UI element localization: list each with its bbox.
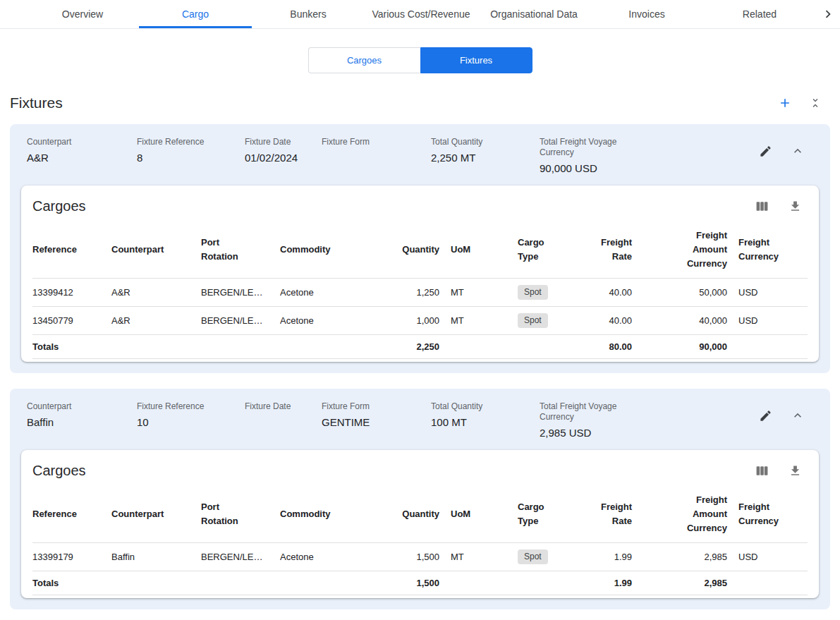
edit-fixture-button[interactable] (759, 145, 772, 158)
field-label: Fixture Date (245, 137, 313, 147)
cargo-type-chip: Spot (518, 313, 548, 328)
view-toggle-group: Cargoes Fixtures (0, 47, 840, 73)
field-label: Fixture Reference (137, 401, 221, 412)
cell-freight-rate: 40.00 (578, 307, 643, 335)
nav-item-organisational-data[interactable]: Organisational Data (477, 0, 590, 28)
totals-label: Totals (32, 335, 111, 359)
field-value-counterpart: A&R (27, 152, 128, 164)
cell-uom: MT (451, 279, 518, 307)
field-value-counterpart: Baffin (27, 416, 128, 428)
cargoes-title: Cargoes (32, 198, 86, 214)
cargoes-card: Cargoes Ref (21, 450, 819, 598)
unfold-less-icon (809, 97, 822, 109)
col-header-commodity: Commodity (280, 486, 393, 543)
col-header-port-rotation: Port Rotation (201, 221, 280, 279)
col-header-cargo-type: Cargo Type (518, 221, 578, 279)
nav-item-related[interactable]: Related (703, 0, 816, 28)
collapse-all-button[interactable] (809, 97, 822, 109)
cell-freight-currency: USD (738, 543, 808, 571)
col-header-quantity: Quantity (393, 221, 451, 279)
cell-cargo-type: Spot (518, 279, 578, 307)
field-label: Fixture Form (322, 401, 406, 412)
cell-freight-currency: USD (738, 307, 808, 335)
col-header-freight-rate: Freight Rate (578, 486, 643, 543)
field-value-total-freight: 90,000 USD (540, 162, 644, 174)
totals-label: Totals (32, 571, 111, 595)
table-row[interactable]: 13399412 A&R BERGEN/LEV… Acetone 1,250 M… (32, 279, 808, 307)
cell-commodity: Acetone (280, 279, 393, 307)
toggle-fixtures-button[interactable]: Fixtures (420, 47, 532, 73)
edit-fixture-button[interactable] (759, 409, 772, 423)
cell-uom: MT (451, 543, 518, 571)
collapse-fixture-button[interactable] (791, 144, 805, 158)
field-value-fixture-reference: 8 (137, 152, 236, 164)
cargoes-title: Cargoes (32, 463, 86, 479)
column-settings-button[interactable] (755, 200, 769, 213)
table-row[interactable]: 13399179 Baffin BERGEN/LEV… Acetone 1,50… (32, 543, 808, 571)
col-header-freight-currency: Freight Currency (738, 221, 808, 279)
plus-icon (778, 96, 792, 110)
col-header-port-rotation: Port Rotation (201, 486, 280, 543)
nav-item-various-cost-revenue[interactable]: Various Cost/Revenue (365, 0, 477, 28)
nav-overflow-button[interactable] (820, 0, 840, 28)
top-navigation: Overview Cargo Bunkers Various Cost/Reve… (0, 0, 840, 29)
view-columns-icon (755, 464, 769, 478)
cell-commodity: Acetone (280, 543, 393, 571)
col-header-freight-rate: Freight Rate (578, 221, 643, 279)
toggle-cargoes-button[interactable]: Cargoes (308, 47, 420, 73)
cargo-type-chip: Spot (518, 285, 548, 300)
cargoes-card: Cargoes Ref (21, 186, 819, 362)
col-header-counterpart: Counterpart (111, 221, 201, 279)
chevron-up-icon (791, 408, 805, 423)
cell-port-rotation: BERGEN/LEV… (201, 543, 280, 571)
download-icon (789, 464, 802, 478)
cargoes-table: Reference Counterpart Port Rotation Comm… (32, 221, 808, 359)
col-header-reference: Reference (32, 221, 111, 279)
field-label: Total Quantity (431, 401, 516, 412)
nav-item-overview[interactable]: Overview (26, 0, 139, 28)
col-header-quantity: Quantity (393, 486, 451, 543)
cell-freight-amount: 50,000 (643, 279, 738, 307)
field-label: Fixture Reference (137, 137, 221, 147)
totals-freight-amount: 90,000 (643, 335, 738, 359)
field-value-fixture-reference: 10 (137, 416, 236, 428)
nav-item-invoices[interactable]: Invoices (590, 0, 703, 28)
column-settings-button[interactable] (755, 464, 769, 478)
cell-counterpart: Baffin (111, 543, 201, 571)
nav-item-cargo[interactable]: Cargo (139, 0, 252, 28)
chevron-up-icon (791, 144, 805, 158)
col-header-uom: UoM (451, 221, 518, 279)
nav-item-bunkers[interactable]: Bunkers (252, 0, 365, 28)
page-title: Fixtures (10, 95, 63, 111)
totals-freight-rate: 80.00 (578, 335, 643, 359)
totals-quantity: 1,500 (393, 571, 451, 595)
cell-freight-amount: 2,985 (643, 543, 738, 571)
totals-row: Totals 1,500 1.99 2,985 (32, 571, 808, 595)
totals-freight-amount: 2,985 (643, 571, 738, 595)
col-header-uom: UoM (451, 486, 518, 543)
cell-counterpart: A&R (111, 279, 201, 307)
fixture-summary: CounterpartA&R Fixture Reference8 Fixtur… (21, 135, 819, 174)
cell-reference: 13450779 (32, 307, 111, 335)
cell-cargo-type: Spot (518, 307, 578, 335)
cell-quantity: 1,250 (393, 279, 451, 307)
fixture-card: CounterpartA&R Fixture Reference8 Fixtur… (10, 124, 830, 373)
field-value-total-quantity: 100 MT (431, 416, 531, 428)
cell-uom: MT (451, 307, 518, 335)
pencil-icon (759, 145, 772, 158)
cell-port-rotation: BERGEN/LEV… (201, 279, 280, 307)
col-header-commodity: Commodity (280, 221, 393, 279)
field-label: Total Quantity (431, 137, 516, 147)
pencil-icon (759, 409, 772, 423)
field-label: Counterpart (27, 137, 111, 147)
field-label: Total Freight Voyage Currency (540, 401, 624, 423)
field-value-fixture-form: GENTIME (322, 416, 422, 428)
cell-reference: 13399412 (32, 279, 111, 307)
cell-freight-rate: 1.99 (578, 543, 643, 571)
add-fixture-button[interactable] (778, 96, 792, 110)
download-button[interactable] (789, 200, 802, 213)
collapse-fixture-button[interactable] (791, 408, 805, 423)
table-row[interactable]: 13450779 A&R BERGEN/LEV… Acetone 1,000 M… (32, 307, 808, 335)
download-button[interactable] (789, 464, 802, 478)
download-icon (789, 200, 802, 213)
